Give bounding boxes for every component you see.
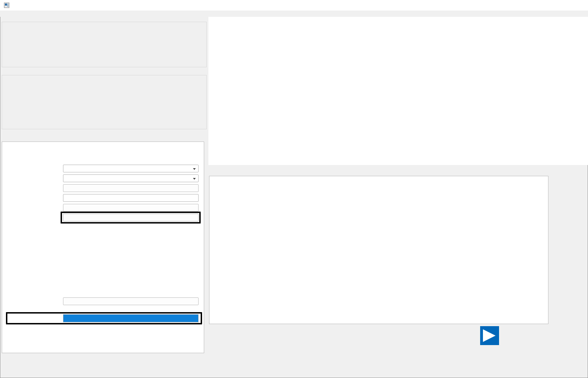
sort-dpd-models-button[interactable] bbox=[63, 214, 199, 221]
generate-dpd-models-button[interactable] bbox=[63, 297, 199, 305]
pa-response-plots-canvas bbox=[209, 176, 548, 324]
titlebar bbox=[0, 0, 588, 11]
group-pa-response bbox=[2, 75, 207, 129]
app-icon bbox=[4, 2, 9, 8]
chevron-down-icon bbox=[193, 168, 196, 170]
maximize-button[interactable] bbox=[556, 0, 572, 11]
actuator-rate-select[interactable] bbox=[63, 165, 199, 172]
model-lib-browse-button[interactable] bbox=[63, 204, 199, 212]
group-data-import-export bbox=[2, 22, 207, 67]
block-diagram bbox=[208, 17, 588, 165]
ddr-order-slider[interactable] bbox=[63, 282, 199, 288]
generate-feature-filter-button[interactable] bbox=[63, 184, 199, 192]
chevron-down-icon bbox=[193, 178, 196, 180]
minimize-button[interactable] bbox=[540, 0, 556, 11]
adi-logo-icon bbox=[480, 326, 499, 345]
analog-devices-logo bbox=[480, 326, 549, 347]
model-lib-path-input[interactable] bbox=[63, 194, 199, 202]
feature-bw-select[interactable] bbox=[63, 174, 199, 182]
coeff-count-slider[interactable] bbox=[63, 240, 199, 246]
close-button[interactable] bbox=[572, 0, 588, 11]
model-sweep-progressbar bbox=[63, 314, 199, 322]
app-window bbox=[0, 0, 588, 378]
progressbar-fill bbox=[63, 315, 198, 322]
menubar bbox=[0, 11, 588, 17]
gmp-order-slider[interactable] bbox=[63, 261, 199, 267]
plot-panel bbox=[209, 176, 548, 324]
